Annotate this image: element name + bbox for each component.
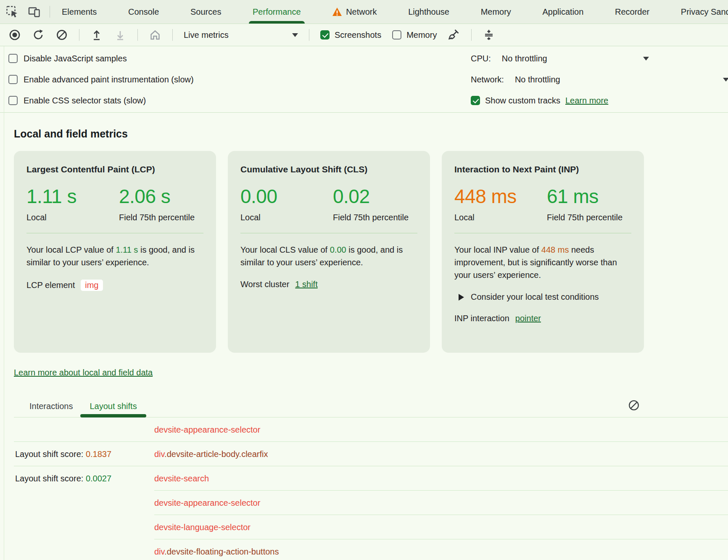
layout-shifts-table: devsite-appearance-selector Layout shift… (14, 417, 728, 560)
table-row[interactable]: devsite-appearance-selector (14, 491, 728, 515)
tab-interactions[interactable]: Interactions (21, 395, 81, 417)
lcp-local-value: 1.11 s (26, 186, 119, 206)
tab-sources[interactable]: Sources (185, 0, 227, 24)
clear-icon[interactable] (55, 29, 68, 41)
inp-field-value: 61 ms (547, 186, 631, 206)
cls-card-title: Cumulative Layout Shift (CLS) (240, 164, 417, 174)
inp-card-title: Interaction to Next Paint (INP) (454, 164, 631, 174)
inp-interaction-label: INP interaction (454, 314, 509, 323)
tab-lighthouse[interactable]: Lighthouse (402, 0, 455, 24)
field-data-learn-more-link[interactable]: Learn more about local and field data (14, 368, 153, 378)
lcp-element-node-link[interactable]: img (81, 280, 103, 291)
table-row[interactable]: devsite-language-selector (14, 515, 728, 539)
panel-left-border (4, 46, 4, 560)
lcp-card: Largest Contentful Paint (LCP) 1.11 s Lo… (14, 151, 216, 353)
table-row[interactable]: div.devsite-floating-action-buttons (14, 539, 728, 560)
show-custom-tracks-row[interactable]: Show custom tracks Learn more (471, 90, 608, 111)
consider-conditions-label: Consider your local test conditions (471, 292, 599, 302)
tab-layout-shifts[interactable]: Layout shifts (81, 395, 145, 417)
show-custom-tracks-label: Show custom tracks (485, 96, 560, 106)
inspect-element-icon[interactable] (6, 5, 18, 18)
css-selector-stats-label: Enable CSS selector stats (slow) (24, 96, 146, 106)
reload-record-icon[interactable] (32, 29, 45, 41)
table-row[interactable]: Layout shift score: 0.0027 devsite-searc… (14, 466, 728, 491)
metric-cards: Largest Contentful Paint (LCP) 1.11 s Lo… (14, 151, 728, 353)
cpu-throttling-select[interactable]: CPU: No throttling (471, 48, 649, 69)
memory-label: Memory (406, 30, 437, 40)
devtools-tab-bar: Elements Console Sources Performance Net… (0, 0, 728, 24)
css-selector-stats-row[interactable]: Enable CSS selector stats (slow) (0, 90, 728, 111)
element-link[interactable]: devsite-language-selector (154, 523, 251, 532)
section-heading: Local and field metrics (14, 128, 728, 140)
download-profile-icon[interactable] (114, 29, 127, 41)
screenshots-checkbox-row[interactable]: Screenshots (320, 30, 381, 40)
element-link[interactable]: div.devsite-floating-action-buttons (154, 547, 279, 557)
tab-memory[interactable]: Memory (475, 0, 517, 24)
chevron-down-icon (292, 33, 298, 37)
tab-application[interactable]: Application (536, 0, 589, 24)
chevron-down-icon (643, 57, 649, 61)
memory-checkbox[interactable] (392, 30, 401, 40)
inp-local-label: Local (454, 211, 547, 224)
disable-js-samples-checkbox[interactable] (8, 54, 18, 63)
inp-card: Interaction to Next Paint (INP) 448 ms L… (442, 151, 644, 353)
tab-network[interactable]: Network (326, 0, 382, 24)
cls-field-value: 0.02 (333, 186, 417, 206)
lcp-field-value: 2.06 s (119, 186, 203, 206)
collapse-icon[interactable] (483, 29, 495, 41)
expand-triangle-icon (459, 294, 464, 301)
record-icon[interactable] (8, 29, 21, 41)
inp-interaction-link[interactable]: pointer (515, 314, 541, 323)
network-value: No throttling (515, 75, 723, 85)
worst-cluster-link[interactable]: 1 shift (295, 280, 317, 289)
log-tab-bar: Interactions Layout shifts (14, 395, 728, 417)
advanced-paint-label: Enable advanced paint instrumentation (s… (24, 75, 194, 85)
lcp-card-title: Largest Contentful Paint (LCP) (26, 164, 203, 174)
divider (79, 29, 79, 41)
table-row[interactable]: devsite-appearance-selector (14, 417, 728, 442)
tab-performance[interactable]: Performance (247, 0, 307, 24)
garbage-collect-broom-icon[interactable] (448, 29, 460, 41)
element-link[interactable]: devsite-search (154, 474, 209, 483)
cls-card: Cumulative Layout Shift (CLS) 0.00 Local… (228, 151, 430, 353)
inp-local-value: 448 ms (454, 186, 547, 206)
lcp-field-label: Field 75th percentile (119, 211, 203, 224)
advanced-paint-checkbox[interactable] (8, 75, 18, 84)
lcp-element-label: LCP element (26, 280, 75, 290)
cls-field-label: Field 75th percentile (333, 211, 417, 224)
css-selector-stats-checkbox[interactable] (8, 96, 18, 105)
clear-log-icon[interactable] (628, 399, 640, 411)
divider (471, 29, 472, 41)
tab-elements[interactable]: Elements (56, 0, 103, 24)
card-divider (26, 233, 203, 233)
network-label: Network: (471, 75, 504, 85)
warning-icon (332, 7, 342, 17)
cls-local-value: 0.00 (240, 186, 333, 206)
show-custom-tracks-checkbox[interactable] (471, 96, 480, 105)
card-divider (454, 233, 631, 233)
home-icon[interactable] (149, 29, 161, 41)
upload-profile-icon[interactable] (90, 29, 103, 41)
card-divider (240, 233, 417, 233)
table-row[interactable]: Layout shift score: 0.1837 div.devsite-a… (14, 442, 728, 466)
memory-checkbox-row[interactable]: Memory (392, 30, 437, 40)
network-throttling-select[interactable]: Network: No throttling (471, 69, 728, 90)
element-link[interactable]: devsite-appearance-selector (154, 425, 260, 434)
tab-privacy-sandbox[interactable]: Privacy Sandbox (675, 0, 728, 24)
consider-conditions-expander[interactable]: Consider your local test conditions (454, 292, 631, 302)
learn-more-link[interactable]: Learn more (565, 96, 608, 106)
element-link[interactable]: devsite-appearance-selector (154, 498, 260, 508)
divider (50, 6, 50, 18)
screenshots-checkbox[interactable] (320, 30, 330, 40)
cls-description: Your local CLS value of 0.00 is good, an… (240, 243, 417, 269)
cpu-label: CPU: (471, 54, 491, 63)
tab-recorder[interactable]: Recorder (609, 0, 655, 24)
panel-mode-label: Live metrics (184, 30, 229, 40)
live-metrics-view: Local and field metrics Largest Contentf… (0, 128, 728, 560)
device-toolbar-icon[interactable] (28, 5, 40, 18)
element-link[interactable]: div.devsite-article-body.clearfix (154, 449, 268, 459)
tab-console[interactable]: Console (122, 0, 165, 24)
cpu-value: No throttling (502, 54, 643, 63)
performance-toolbar: Live metrics Screenshots Memory (0, 24, 728, 46)
panel-mode-select[interactable]: Live metrics (184, 30, 298, 40)
